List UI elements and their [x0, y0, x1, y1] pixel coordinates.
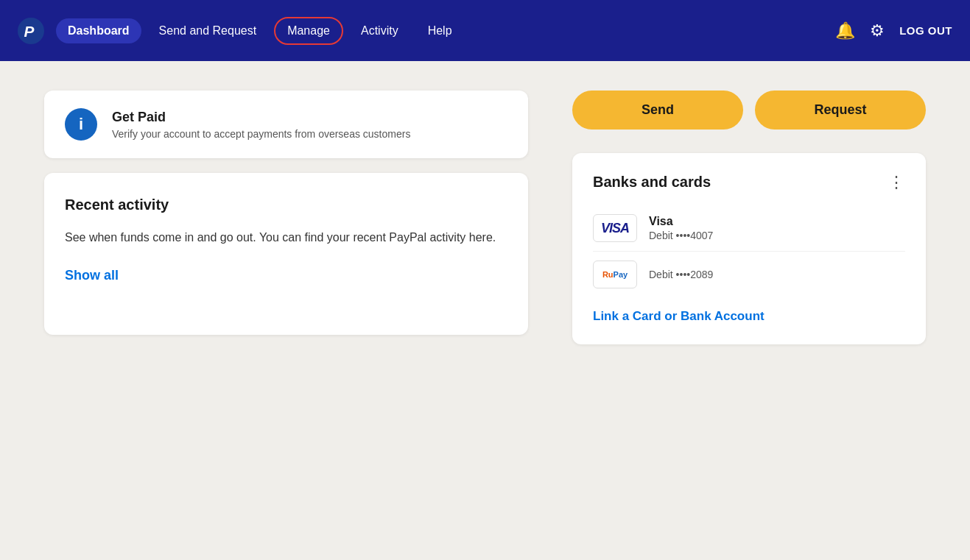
get-paid-card: i Get Paid Verify your account to accept… [44, 91, 528, 158]
rupay-card-info: Debit ••••2089 [649, 269, 713, 280]
navbar: P Dashboard Send and Request Manage Acti… [0, 0, 970, 61]
nav-send-request[interactable]: Send and Request [147, 18, 269, 43]
banks-cards-title: Banks and cards [593, 174, 711, 191]
rupay-card-detail: Debit ••••2089 [649, 269, 713, 280]
settings-icon[interactable]: ⚙ [870, 21, 885, 40]
card-item-visa[interactable]: VISA Visa Debit ••••4007 [593, 205, 905, 252]
recent-activity-title: Recent activity [65, 196, 507, 213]
get-paid-text: Get Paid Verify your account to accept p… [112, 110, 410, 140]
visa-text: VISA [601, 221, 629, 236]
recent-activity-description: See when funds come in and go out. You c… [65, 228, 507, 247]
request-button[interactable]: Request [755, 91, 926, 130]
logout-button[interactable]: LOG OUT [899, 24, 952, 37]
info-icon: i [79, 116, 83, 132]
show-all-link[interactable]: Show all [65, 268, 119, 283]
visa-card-detail: Debit ••••4007 [649, 230, 713, 241]
more-options-icon[interactable]: ⋮ [888, 174, 905, 191]
visa-logo: VISA [593, 214, 637, 242]
nav-dashboard[interactable]: Dashboard [56, 18, 141, 43]
get-paid-description: Verify your account to accept payments f… [112, 128, 410, 140]
visa-card-info: Visa Debit ••••4007 [649, 215, 713, 241]
card-item-rupay[interactable]: RuPay Debit ••••2089 [593, 252, 905, 297]
left-column: i Get Paid Verify your account to accept… [44, 91, 528, 344]
svg-text:P: P [24, 22, 35, 39]
notification-icon[interactable]: 🔔 [835, 21, 855, 40]
paypal-logo[interactable]: P [18, 18, 44, 44]
send-button[interactable]: Send [572, 91, 743, 130]
nav-help[interactable]: Help [416, 18, 464, 43]
action-buttons: Send Request [572, 91, 926, 130]
rupay-pay: Pay [614, 270, 628, 279]
link-account-button[interactable]: Link a Card or Bank Account [593, 309, 905, 324]
rupay-logo-container: RuPay [593, 260, 637, 288]
visa-card-name: Visa [649, 215, 713, 228]
recent-activity-card: Recent activity See when funds come in a… [44, 173, 528, 335]
get-paid-title: Get Paid [112, 110, 410, 125]
info-icon-circle: i [65, 108, 97, 141]
navbar-icons: 🔔 ⚙ LOG OUT [835, 21, 952, 40]
rupay-ru: Ru [602, 270, 614, 279]
right-column: Send Request Banks and cards ⋮ VISA Visa… [572, 91, 926, 344]
banks-cards-section: Banks and cards ⋮ VISA Visa Debit ••••40… [572, 153, 926, 344]
nav-manage[interactable]: Manage [274, 17, 343, 45]
banks-cards-header: Banks and cards ⋮ [593, 174, 905, 191]
nav-activity[interactable]: Activity [349, 18, 410, 43]
main-content: i Get Paid Verify your account to accept… [0, 61, 970, 374]
rupay-logo: RuPay [602, 270, 628, 279]
